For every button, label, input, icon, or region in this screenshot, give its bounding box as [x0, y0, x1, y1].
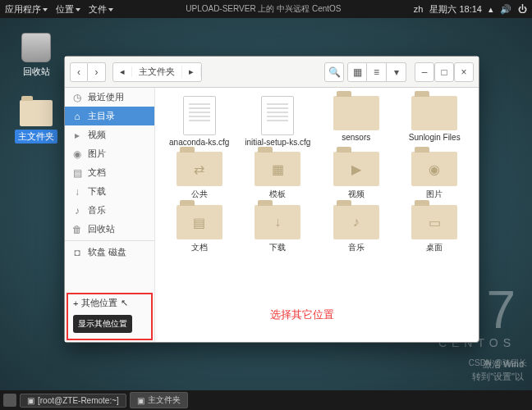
menu-places[interactable]: 位置 — [56, 3, 80, 16]
sidebar-item-trash[interactable]: 🗑回收站 — [65, 220, 154, 239]
view-list-button[interactable]: ≡ — [367, 62, 387, 82]
csdn-watermark: CSDN @骑团长 — [469, 358, 527, 369]
file-item[interactable]: ▦模板 — [241, 152, 316, 200]
item-label: sensors — [319, 133, 394, 142]
nav-back-button[interactable]: ‹ — [70, 62, 88, 82]
file-item[interactable]: anaconda-ks.cfg — [162, 96, 237, 147]
taskbar-files[interactable]: ▣主文件夹 — [130, 392, 188, 408]
trash-icon: 🗑 — [71, 224, 83, 235]
view-menu-button[interactable]: ▾ — [387, 62, 406, 82]
file-icon — [261, 96, 294, 135]
document-icon: ▤ — [71, 167, 83, 179]
file-manager-window: ‹ › ◂ 主文件夹 ▸ 🔍 ▦ ≡ ▾ – □ × ◷最近使用 — [64, 56, 479, 343]
folder-icon: ♪ — [333, 205, 379, 239]
item-label: initial-setup-ks.cfg — [241, 138, 316, 147]
top-panel: 应用程序 位置 文件 UPLOAD-SERVER 上的 中兴远程 CentOS … — [0, 0, 532, 18]
item-label: 视频 — [319, 189, 394, 200]
folder-icon: ▶ — [333, 152, 379, 186]
search-button[interactable]: 🔍 — [324, 62, 344, 82]
sidebar-item-pictures[interactable]: ◉图片 — [65, 144, 154, 163]
taskbar: ▣[root@ZTE-Remote:~] ▣主文件夹 — [0, 390, 532, 410]
folder-icon: ◉ — [411, 152, 457, 186]
show-desktop-button[interactable] — [3, 394, 16, 407]
item-label: 模板 — [241, 189, 316, 200]
annotation-text: 选择其它位置 — [270, 308, 334, 322]
item-label: 图片 — [397, 189, 473, 200]
clock-icon: ◷ — [71, 92, 83, 103]
folder-icon: ▭ — [411, 205, 457, 239]
sidebar-item-videos[interactable]: ▸视频 — [65, 125, 154, 144]
window-minimize-button[interactable]: – — [415, 62, 434, 82]
nav-forward-button[interactable]: › — [88, 62, 106, 82]
menu-files[interactable]: 文件 — [89, 3, 113, 16]
power-icon[interactable]: ⏻ — [518, 4, 527, 14]
file-icon — [183, 96, 216, 135]
folder-icon: ▤ — [177, 205, 222, 239]
folder-icon — [333, 96, 379, 130]
sidebar-item-disk[interactable]: ◘软盘 磁盘 — [65, 243, 154, 262]
music-icon: ♪ — [71, 205, 83, 216]
file-item[interactable]: Sunlogin Files — [397, 96, 473, 147]
sidebar-item-recent[interactable]: ◷最近使用 — [65, 88, 154, 107]
view-grid-button[interactable]: ▦ — [347, 62, 367, 82]
tooltip: 显示其他位置 — [73, 315, 132, 333]
window-maximize-button[interactable]: □ — [434, 62, 454, 82]
taskbar-terminal[interactable]: ▣[root@ZTE-Remote:~] — [20, 394, 126, 408]
file-item[interactable]: initial-setup-ks.cfg — [241, 96, 316, 147]
sidebar-item-downloads[interactable]: ↓下载 — [65, 182, 154, 201]
file-item[interactable]: ⇄公共 — [162, 152, 237, 200]
item-label: 文档 — [162, 242, 237, 253]
menu-applications[interactable]: 应用程序 — [5, 3, 48, 16]
desktop-trash[interactable]: 回收站 — [15, 33, 57, 78]
item-label: 音乐 — [319, 242, 394, 253]
file-item[interactable]: ▤文档 — [162, 205, 237, 253]
window-close-button[interactable]: × — [454, 62, 474, 82]
file-item[interactable]: ▭桌面 — [397, 205, 473, 253]
sidebar-item-music[interactable]: ♪音乐 — [65, 201, 154, 220]
picture-icon: ◉ — [71, 148, 83, 160]
folder-icon — [20, 100, 53, 126]
home-icon: ⌂ — [71, 111, 83, 122]
item-label: 下载 — [241, 242, 316, 253]
file-item[interactable]: ↓下载 — [241, 205, 316, 253]
folder-icon: ↓ — [255, 205, 300, 239]
network-icon[interactable]: ▴ — [488, 4, 493, 15]
folder-icon: ⇄ — [177, 152, 222, 186]
files-icon: ▣ — [137, 396, 144, 405]
sidebar-item-documents[interactable]: ▤文档 — [65, 163, 154, 182]
clock[interactable]: 星期六 18:14 — [429, 3, 482, 16]
sidebar-item-other-locations[interactable]: +其他位置↖ — [68, 294, 151, 312]
input-lang[interactable]: zh — [414, 4, 424, 14]
file-item[interactable]: ◉图片 — [397, 152, 473, 200]
path-bar[interactable]: ◂ 主文件夹 ▸ — [112, 62, 202, 82]
terminal-icon: ▣ — [27, 396, 34, 405]
folder-icon — [411, 96, 457, 130]
annotation-box: +其他位置↖ 显示其他位置 — [66, 293, 153, 340]
sidebar-item-home[interactable]: ⌂主目录 — [65, 107, 154, 125]
volume-icon[interactable]: 🔊 — [500, 4, 511, 15]
sidebar: ◷最近使用 ⌂主目录 ▸视频 ◉图片 ▤文档 ↓下载 ♪音乐 🗑回收站 ◘软盘 … — [65, 88, 155, 342]
disk-icon: ◘ — [71, 247, 83, 258]
file-grid[interactable]: anaconda-ks.cfginitial-setup-ks.cfgsenso… — [155, 88, 479, 342]
download-icon: ↓ — [71, 186, 83, 198]
item-label: 公共 — [162, 189, 237, 200]
desktop-home-folder[interactable]: 主文件夹 — [15, 100, 57, 144]
file-item[interactable]: ♪音乐 — [319, 205, 394, 253]
titlebar[interactable]: ‹ › ◂ 主文件夹 ▸ 🔍 ▦ ≡ ▾ – □ × — [65, 57, 479, 88]
window-title: UPLOAD-SERVER 上的 中兴远程 CentOS — [113, 3, 414, 15]
item-label: anaconda-ks.cfg — [162, 138, 237, 147]
desktop[interactable]: 回收站 主文件夹 7 CENTOS 激活 Wind 转到"设置"以 ‹ › ◂ … — [0, 18, 532, 390]
item-label: Sunlogin Files — [397, 133, 473, 142]
item-label: 桌面 — [397, 242, 473, 253]
cursor-icon: ↖ — [121, 298, 128, 308]
folder-icon: ▦ — [255, 152, 300, 186]
plus-icon: + — [73, 298, 78, 308]
trash-icon — [21, 33, 51, 62]
file-item[interactable]: ▶视频 — [319, 152, 394, 200]
file-item[interactable]: sensors — [319, 96, 394, 147]
video-icon: ▸ — [71, 130, 83, 141]
